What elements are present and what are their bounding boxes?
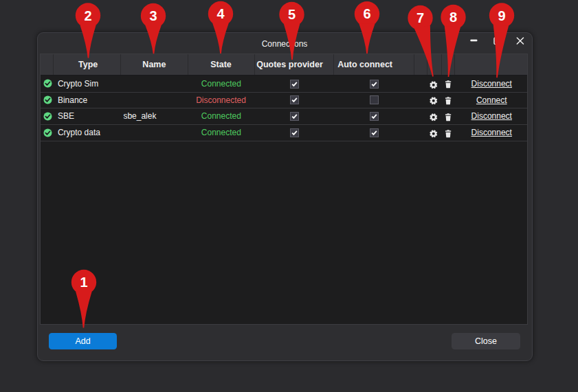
svg-text:6: 6: [363, 6, 370, 21]
svg-text:4: 4: [216, 6, 225, 21]
svg-text:8: 8: [449, 10, 457, 25]
svg-text:5: 5: [288, 7, 296, 22]
svg-text:9: 9: [498, 8, 505, 23]
svg-text:7: 7: [416, 10, 424, 25]
svg-text:3: 3: [149, 8, 157, 23]
svg-text:2: 2: [84, 8, 91, 23]
